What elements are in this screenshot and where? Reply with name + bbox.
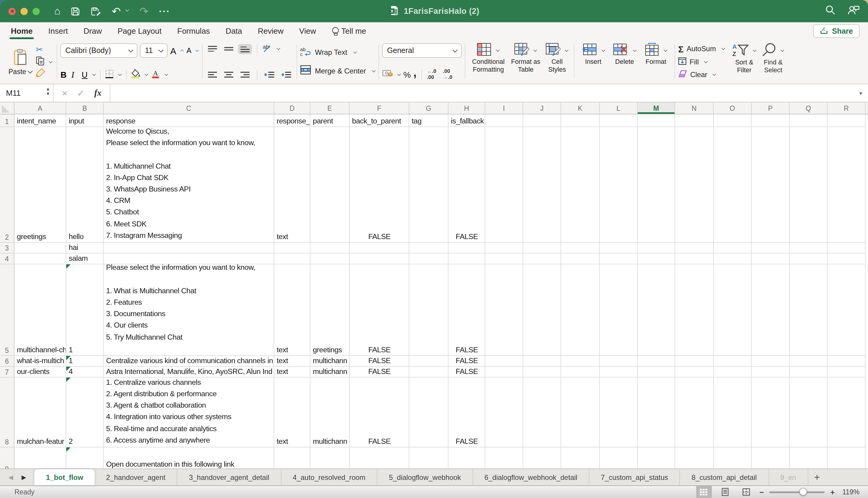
column-header-H[interactable]: H	[448, 102, 485, 114]
redo-icon[interactable]: ↷	[140, 6, 149, 16]
cell-H1[interactable]: is_fallback	[448, 115, 485, 127]
cell-styles-button[interactable]: Cell Styles	[543, 42, 571, 81]
cell-L6[interactable]	[600, 356, 638, 367]
cell-P2[interactable]	[752, 127, 790, 243]
formula-input[interactable]: ▼	[111, 84, 868, 102]
zoom-level[interactable]: 119%	[840, 488, 859, 496]
cell-M1[interactable]	[638, 115, 675, 127]
cell-L8[interactable]	[600, 378, 638, 447]
cell-A3[interactable]	[14, 243, 66, 253]
wrap-text-button[interactable]: abc Wrap Text	[301, 47, 375, 58]
cell-Q1[interactable]	[790, 115, 828, 127]
feedback-person-icon[interactable]	[847, 5, 859, 17]
cell-N7[interactable]	[675, 367, 714, 378]
sheet-tab-2_handover_agent[interactable]: 2_handover_agent	[94, 469, 178, 485]
cell-E6[interactable]: multichann	[310, 356, 349, 367]
cell-B7[interactable]: 4	[66, 367, 104, 378]
tab-draw[interactable]: Draw	[84, 22, 102, 40]
cell-I9[interactable]	[485, 447, 523, 469]
cell-H3[interactable]	[448, 243, 485, 253]
fill-color-button[interactable]	[131, 69, 149, 80]
tab-formulas[interactable]: Formulas	[177, 22, 210, 40]
cell-P4[interactable]	[752, 253, 790, 264]
cell-O9[interactable]	[714, 447, 752, 469]
cell-K9[interactable]	[561, 447, 600, 469]
cell-J7[interactable]	[523, 367, 561, 378]
sheet-tab-5_dialogflow_webhook[interactable]: 5_dialogflow_webhook	[378, 469, 473, 485]
name-box-stepper[interactable]: ▲▼	[46, 87, 50, 96]
cell-I2[interactable]	[485, 127, 523, 243]
cell-E2[interactable]	[310, 127, 349, 243]
row-header-6[interactable]: 6	[0, 356, 14, 367]
tab-insert[interactable]: Insert	[48, 22, 68, 40]
cell-I6[interactable]	[485, 356, 523, 367]
cell-F1[interactable]: back_to_parent	[349, 115, 409, 127]
decrease-indent-button[interactable]	[263, 70, 277, 80]
cell-E4[interactable]	[310, 253, 349, 264]
tab-tell-me[interactable]: Tell me	[332, 22, 366, 40]
sheet-next-icon[interactable]: ▶	[22, 474, 26, 481]
cell-L7[interactable]	[600, 367, 638, 378]
search-icon[interactable]	[825, 5, 835, 17]
sheet-tab-7_custom_api_status[interactable]: 7_custom_api_status	[589, 469, 680, 485]
cell-D5[interactable]: text	[274, 264, 310, 356]
cell-Q6[interactable]	[790, 356, 828, 367]
fullscreen-button[interactable]	[33, 8, 40, 15]
zoom-slider[interactable]	[769, 491, 825, 493]
percent-button[interactable]: %	[403, 69, 411, 80]
cell-C5[interactable]: Please select the information you want t…	[104, 264, 274, 356]
add-sheet-button[interactable]: +	[808, 469, 826, 485]
cell-J6[interactable]	[523, 356, 561, 367]
sheet-tab-4_auto_resolved_room[interactable]: 4_auto_resolved_room	[281, 469, 377, 485]
column-header-D[interactable]: D	[274, 102, 310, 114]
cell-F7[interactable]: FALSE	[349, 367, 409, 378]
underline-button[interactable]: U	[81, 69, 96, 80]
cell-K3[interactable]	[561, 243, 600, 253]
cell-O6[interactable]	[714, 356, 752, 367]
normal-view-button[interactable]	[696, 486, 712, 498]
cell-I4[interactable]	[485, 253, 523, 264]
cell-M9[interactable]	[638, 447, 675, 469]
cell-G3[interactable]	[409, 243, 448, 253]
cell-N9[interactable]	[675, 447, 714, 469]
sheet-tab-6_dialogflow_webhook_detail[interactable]: 6_dialogflow_webhook_detail	[473, 469, 589, 485]
cell-I3[interactable]	[485, 243, 523, 253]
cell-G9[interactable]	[409, 447, 448, 469]
cell-N8[interactable]	[675, 378, 714, 447]
format-painter-button[interactable]	[36, 69, 53, 79]
cell-E8[interactable]: multichann	[310, 378, 349, 447]
cell-C1[interactable]: response	[104, 115, 274, 127]
cell-N2[interactable]	[675, 127, 714, 243]
cell-R8[interactable]	[828, 378, 866, 447]
column-header-Q[interactable]: Q	[790, 102, 828, 114]
cell-G1[interactable]: tag	[409, 115, 448, 127]
cell-C7[interactable]: Astra International, Manulife, Kino, Ayo…	[104, 367, 274, 378]
conditional-formatting-button[interactable]: Conditional Formatting	[468, 42, 508, 81]
cell-F3[interactable]	[349, 243, 409, 253]
cell-J5[interactable]	[523, 264, 561, 356]
row-header-1[interactable]: 1	[0, 115, 14, 127]
cell-G7[interactable]	[409, 367, 448, 378]
cell-K8[interactable]	[561, 378, 600, 447]
cell-E5[interactable]: greetings	[310, 264, 349, 356]
accounting-format-button[interactable]	[382, 69, 401, 80]
cell-O3[interactable]	[714, 243, 752, 253]
sheet-prev-icon[interactable]: ◀	[9, 474, 13, 481]
cell-N3[interactable]	[675, 243, 714, 253]
cell-D3[interactable]	[274, 243, 310, 253]
save-as-icon[interactable]	[91, 6, 102, 16]
cell-M3[interactable]	[638, 243, 675, 253]
cell-J4[interactable]	[523, 253, 561, 264]
tab-home[interactable]: Home	[11, 22, 33, 40]
cell-A9[interactable]	[14, 447, 66, 469]
zoom-slider-thumb[interactable]	[799, 488, 807, 496]
cell-N1[interactable]	[675, 115, 714, 127]
cell-P9[interactable]	[752, 447, 790, 469]
home-icon[interactable]: ⌂	[54, 6, 61, 16]
cell-M6[interactable]	[638, 356, 675, 367]
cell-H9[interactable]	[448, 447, 485, 469]
paste-button[interactable]: Paste	[6, 42, 35, 81]
cell-N6[interactable]	[675, 356, 714, 367]
row-header-7[interactable]: 7	[0, 367, 14, 378]
sheet-tab-8_custom_api_detail[interactable]: 8_custom_api_detail	[680, 469, 769, 485]
